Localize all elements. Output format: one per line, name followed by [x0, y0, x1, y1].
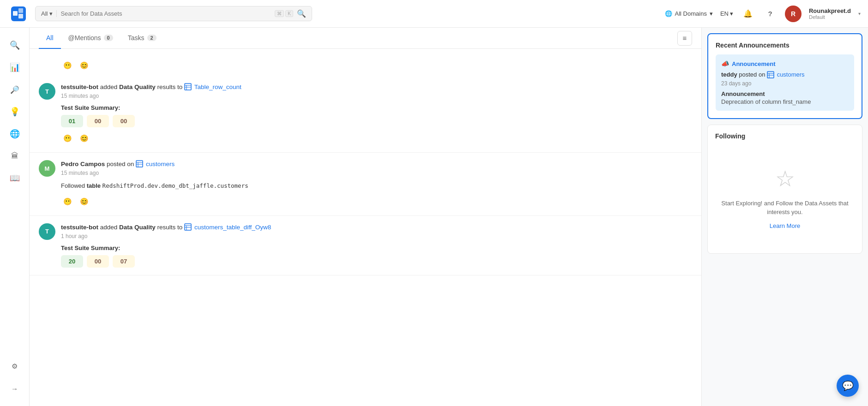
reaction-happy-button[interactable]: 😊: [78, 195, 90, 208]
avatar: T: [39, 223, 55, 240]
feed-content: testsuite-bot added Data Quality results…: [61, 83, 692, 99]
feed-body: Test Suite Summary: 01 00 00 😶 😊: [61, 104, 692, 145]
feed-timestamp: 1 hour ago: [61, 233, 692, 239]
table-link[interactable]: customers: [146, 161, 175, 167]
avatar: T: [39, 83, 55, 100]
chevron-down-icon: ▾: [730, 10, 733, 17]
sidebar-item-insights[interactable]: 💡: [5, 102, 25, 122]
announcement-header: 📣 Announcement: [721, 60, 849, 67]
following-title: Following: [715, 132, 745, 140]
test-badge-success: 20: [61, 255, 83, 268]
megaphone-icon: 📣: [721, 60, 729, 67]
filter-button[interactable]: ≡: [677, 31, 692, 46]
feed-content: testsuite-bot added Data Quality results…: [61, 223, 692, 239]
feed-text: Followed table RedshiftProd.dev.demo_dbt…: [61, 181, 692, 191]
tab-tasks[interactable]: Tasks 2: [121, 28, 164, 49]
svg-rect-4: [185, 84, 191, 90]
search-icon[interactable]: 🔍: [297, 9, 306, 18]
feed-item: T testsuite-bot added Data Quality resul…: [30, 76, 701, 153]
reaction-neutral-button[interactable]: 😶: [61, 195, 74, 208]
feed-body: Test Suite Summary: 20 00 07: [61, 245, 692, 268]
avatar: M: [39, 160, 55, 177]
test-badge-success: 01: [61, 115, 83, 127]
announcements-title: Recent Announcements: [716, 42, 854, 49]
main-layout: 🔍 📊 🔎 💡 🌐 🏛 📖 ⚙ → All @Mentions 0 T: [0, 28, 868, 406]
top-navigation: All ▾ ⌘ K 🔍 🌐 All Domains ▾ EN ▾ 🔔 ? R R…: [0, 0, 868, 28]
announcement-label: Announcement: [732, 60, 776, 67]
feed-timestamp: 15 minutes ago: [61, 170, 692, 176]
announcements-card: Recent Announcements 📣 Announcement tedd…: [707, 33, 862, 119]
test-badges: 01 00 00: [61, 115, 692, 127]
sidebar-item-logout[interactable]: →: [5, 378, 25, 399]
test-badges: 20 00 07: [61, 255, 692, 268]
reaction-happy-button[interactable]: 😊: [78, 59, 90, 72]
sidebar: 🔍 📊 🔎 💡 🌐 🏛 📖 ⚙ →: [0, 28, 30, 406]
feed-list: 😶 😊 T testsuite-bot added Data Quality: [30, 49, 701, 279]
language-selector[interactable]: EN ▾: [720, 10, 733, 17]
svg-rect-1: [13, 11, 18, 16]
user-menu-chevron-icon[interactable]: ▾: [858, 11, 861, 16]
sidebar-item-domains[interactable]: 🌐: [5, 124, 25, 144]
user-info: Rounakpreet.d Default: [809, 7, 851, 20]
chevron-down-icon: ▾: [710, 10, 713, 17]
svg-rect-3: [18, 14, 23, 18]
following-empty-text: Start Exploring! and Follow the Data Ass…: [715, 199, 855, 217]
announcement-body-text: Deprecation of column first_name: [721, 98, 849, 105]
feed-item: M Pedro Campos posted on customers 15 mi…: [30, 153, 701, 216]
content-area: All @Mentions 0 Tasks 2 ≡: [30, 28, 868, 406]
following-card: Following ☆ Start Exploring! and Follow …: [707, 125, 862, 254]
feed-reactions: 😶 😊: [61, 195, 692, 208]
test-badge-skipped: 00: [113, 115, 135, 127]
sidebar-item-analytics[interactable]: 📊: [5, 57, 25, 78]
sidebar-item-governance[interactable]: 🏛: [5, 146, 25, 166]
search-type-dropdown[interactable]: All ▾: [41, 10, 57, 17]
feed-timestamp: 15 minutes ago: [61, 93, 692, 99]
reaction-neutral-button[interactable]: 😶: [61, 59, 74, 72]
help-button[interactable]: ?: [763, 6, 778, 21]
search-input[interactable]: [60, 10, 271, 17]
svg-rect-8: [136, 161, 143, 167]
tab-all[interactable]: All: [39, 28, 61, 49]
table-link[interactable]: Table_row_count: [194, 84, 241, 90]
announcement-body-title: Announcement: [721, 90, 849, 97]
globe-icon: 🌐: [665, 10, 672, 17]
feed-item: T testsuite-bot added Data Quality resul…: [30, 216, 701, 275]
feed-reactions-preitem: 😶 😊: [30, 53, 701, 76]
feed-reactions: 😶 😊: [61, 132, 692, 145]
chevron-down-icon: ▾: [49, 10, 53, 17]
reaction-happy-button[interactable]: 😊: [78, 132, 90, 145]
filter-icon: ≡: [683, 34, 687, 42]
announcement-meta: teddy posted on customers: [721, 70, 849, 79]
feed-content: Pedro Campos posted on customers 15 minu…: [61, 160, 692, 176]
tab-mentions[interactable]: @Mentions 0: [61, 28, 121, 49]
svg-rect-16: [767, 72, 774, 78]
learn-more-button[interactable]: Learn More: [770, 222, 800, 229]
nav-right: 🌐 All Domains ▾ EN ▾ 🔔 ? R Rounakpreet.d…: [665, 6, 861, 22]
test-badge-skipped: 07: [113, 255, 135, 268]
right-panel: Recent Announcements 📣 Announcement tedd…: [702, 28, 868, 406]
chat-button[interactable]: 💬: [837, 375, 859, 397]
avatar[interactable]: R: [785, 6, 802, 22]
notifications-button[interactable]: 🔔: [741, 6, 755, 21]
test-suite-label: Test Suite Summary:: [61, 245, 692, 251]
svg-rect-2: [18, 8, 23, 13]
announcement-customers-link[interactable]: customers: [777, 71, 805, 78]
reaction-neutral-button[interactable]: 😶: [61, 132, 74, 145]
sidebar-item-search[interactable]: 🔎: [5, 79, 25, 100]
announcement-item: 📣 Announcement teddy posted on customers…: [716, 54, 854, 111]
star-icon: ☆: [775, 166, 795, 191]
domain-selector[interactable]: 🌐 All Domains ▾: [665, 10, 713, 17]
test-badge-warning: 00: [87, 115, 109, 127]
search-bar[interactable]: All ▾ ⌘ K 🔍: [35, 6, 312, 21]
sidebar-item-explore[interactable]: 🔍: [5, 35, 25, 55]
chat-icon: 💬: [842, 380, 854, 391]
sidebar-item-knowledge[interactable]: 📖: [5, 168, 25, 188]
announcement-date: 23 days ago: [721, 80, 849, 87]
search-shortcut: ⌘ K: [275, 10, 293, 17]
logo[interactable]: [7, 6, 30, 21]
feed-title: testsuite-bot added Data Quality results…: [61, 223, 692, 232]
feed-title: testsuite-bot added Data Quality results…: [61, 83, 692, 92]
sidebar-item-settings[interactable]: ⚙: [5, 356, 25, 376]
test-suite-label: Test Suite Summary:: [61, 104, 692, 111]
table-link[interactable]: customers_table_diff_Oyw8: [194, 224, 271, 231]
